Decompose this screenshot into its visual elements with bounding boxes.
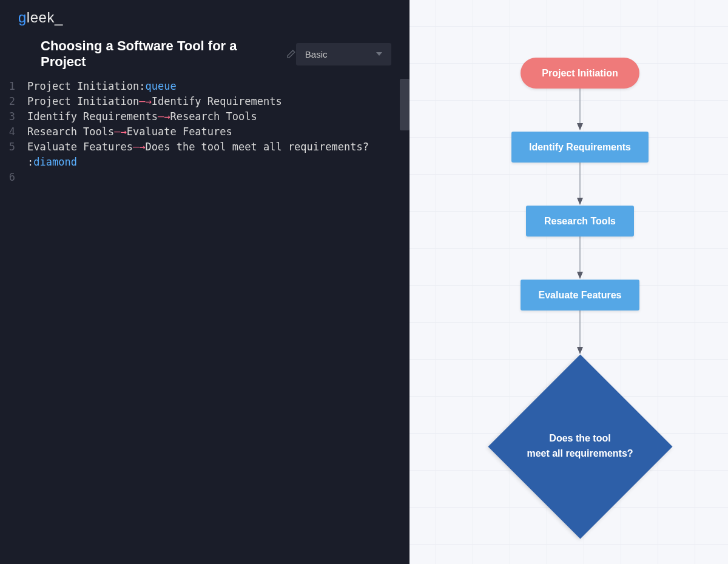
svg-marker-3 — [577, 198, 583, 205]
node-label: Does the tool meet all requirements? — [519, 431, 641, 462]
node-start[interactable]: Project Initiation — [521, 58, 639, 89]
node-label: Evaluate Features — [539, 290, 622, 301]
logo: gleek_ — [0, 0, 410, 32]
diagram-canvas[interactable]: Project Initiation Identify Requirements… — [410, 0, 728, 564]
line-number: 2 — [0, 94, 27, 109]
title-wrap: Choosing a Software Tool for a Project — [41, 38, 296, 70]
node-label: Identify Requirements — [529, 142, 631, 153]
code-line[interactable]: 4Research Tools—→Evaluate Features — [0, 124, 410, 139]
svg-marker-7 — [577, 347, 583, 354]
code-editor[interactable]: 1Project Initiation:queue2Project Initia… — [0, 79, 410, 564]
code-line[interactable]: 6 — [0, 170, 410, 185]
chevron-down-icon — [376, 52, 382, 56]
dropdown-selected-label: Basic — [305, 49, 328, 59]
code-line[interactable]: 2Project Initiation—→Identify Requiremen… — [0, 94, 410, 109]
header-row: Choosing a Software Tool for a Project B… — [0, 32, 410, 79]
diagram-type-dropdown[interactable]: Basic — [296, 43, 391, 65]
flow-arrow — [579, 311, 581, 354]
node-research-tools[interactable]: Research Tools — [526, 206, 634, 237]
line-number: 5 — [0, 139, 27, 155]
node-evaluate-features[interactable]: Evaluate Features — [521, 280, 639, 311]
code-line[interactable]: 3Identify Requirements—→Research Tools — [0, 109, 410, 124]
svg-marker-5 — [577, 272, 583, 279]
line-number: 1 — [0, 79, 27, 94]
editor-panel: gleek_ Choosing a Software Tool for a Pr… — [0, 0, 410, 564]
node-label: Project Initiation — [542, 68, 618, 79]
flow-arrow — [579, 163, 581, 205]
line-content: Identify Requirements—→Research Tools — [27, 109, 410, 124]
logo-text: gleek_ — [18, 9, 63, 26]
node-decision[interactable]: Does the tool meet all requirements? — [519, 386, 641, 507]
code-line[interactable]: 5Evaluate Features—→Does the tool meet a… — [0, 139, 410, 155]
code-line[interactable]: :diamond — [0, 155, 410, 170]
pencil-icon[interactable] — [286, 49, 296, 59]
line-number: 3 — [0, 109, 27, 124]
scrollbar-thumb[interactable] — [400, 79, 410, 130]
line-content: Project Initiation:queue — [27, 79, 410, 94]
flow-arrow — [579, 88, 581, 130]
svg-marker-1 — [577, 123, 583, 130]
line-number: 6 — [0, 170, 27, 185]
code-line[interactable]: 1Project Initiation:queue — [0, 79, 410, 94]
flow-arrow — [579, 237, 581, 279]
line-content: Research Tools—→Evaluate Features — [27, 124, 410, 139]
line-content: Project Initiation—→Identify Requirement… — [27, 94, 410, 109]
line-content: Evaluate Features—→Does the tool meet al… — [27, 139, 410, 155]
node-identify-requirements[interactable]: Identify Requirements — [511, 132, 649, 163]
line-number: 4 — [0, 124, 27, 139]
page-title: Choosing a Software Tool for a Project — [41, 38, 280, 70]
line-content: :diamond — [27, 155, 410, 170]
node-label: Research Tools — [544, 216, 616, 227]
